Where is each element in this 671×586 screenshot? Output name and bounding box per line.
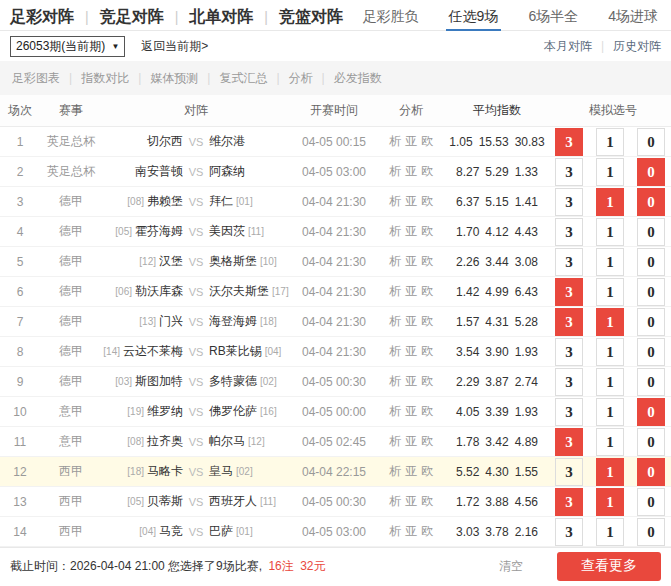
analysis-link-xi[interactable]: 析 <box>389 284 401 298</box>
subnav-index-compare[interactable]: 指数对比 <box>60 71 129 85</box>
tab-4chang-jinqiu[interactable]: 4场进球 <box>605 0 661 31</box>
analysis-link-xi[interactable]: 析 <box>389 194 401 208</box>
analysis-link-ya[interactable]: 亚 <box>405 224 417 238</box>
home-team[interactable]: 切尔西 <box>102 133 183 150</box>
pick-3-button[interactable]: 3 <box>555 458 583 486</box>
analysis-link-xi[interactable]: 析 <box>389 494 401 508</box>
analysis-link-ya[interactable]: 亚 <box>405 134 417 148</box>
analysis-link-xi[interactable]: 析 <box>389 164 401 178</box>
analysis-link-ou[interactable]: 欧 <box>421 344 433 358</box>
subnav-zucai-chart[interactable]: 足彩图表 <box>12 71 60 85</box>
pick-0-button[interactable]: 0 <box>637 428 665 456</box>
analysis-link-ya[interactable]: 亚 <box>405 464 417 478</box>
pick-0-button[interactable]: 0 <box>637 158 665 186</box>
analysis-link-ya[interactable]: 亚 <box>405 344 417 358</box>
analysis-link-xi[interactable]: 析 <box>389 344 401 358</box>
back-current-period-link[interactable]: 返回当前期> <box>141 38 208 55</box>
pick-3-button[interactable]: 3 <box>555 338 583 366</box>
away-team[interactable]: 西班牙人[11] <box>209 493 290 510</box>
analysis-link-ou[interactable]: 欧 <box>421 494 433 508</box>
month-matches-link[interactable]: 本月对阵 <box>544 39 592 53</box>
pick-1-button[interactable]: 1 <box>596 338 624 366</box>
analysis-link-xi[interactable]: 析 <box>389 314 401 328</box>
pick-3-button[interactable]: 3 <box>555 158 583 186</box>
pick-1-button[interactable]: 1 <box>596 218 624 246</box>
analysis-link-ya[interactable]: 亚 <box>405 164 417 178</box>
home-team[interactable]: [08]拉齐奥 <box>102 433 183 450</box>
home-team[interactable]: [12]汉堡 <box>102 253 183 270</box>
home-team[interactable]: [06]勒沃库森 <box>102 283 183 300</box>
pick-3-button[interactable]: 3 <box>555 308 583 336</box>
away-team[interactable]: 佛罗伦萨[16] <box>209 403 290 420</box>
analysis-link-ya[interactable]: 亚 <box>405 374 417 388</box>
analysis-link-ou[interactable]: 欧 <box>421 374 433 388</box>
period-select[interactable]: 26053期(当前期) ▼ <box>10 36 125 57</box>
pick-1-button[interactable]: 1 <box>596 398 624 426</box>
home-team[interactable]: [08]弗赖堡 <box>102 193 183 210</box>
clear-button[interactable]: 清空 <box>499 558 523 575</box>
pick-1-button[interactable]: 1 <box>596 188 624 216</box>
subnav-bifa-index[interactable]: 必发指数 <box>313 71 382 85</box>
pick-3-button[interactable]: 3 <box>555 188 583 216</box>
pick-0-button[interactable]: 0 <box>637 278 665 306</box>
analysis-link-ya[interactable]: 亚 <box>405 524 417 538</box>
pick-0-button[interactable]: 0 <box>637 398 665 426</box>
home-team[interactable]: [13]门兴 <box>102 313 183 330</box>
analysis-link-xi[interactable]: 析 <box>389 254 401 268</box>
history-matches-link[interactable]: 历史对阵 <box>592 39 661 53</box>
subnav-analysis[interactable]: 分析 <box>267 71 312 85</box>
analysis-link-ya[interactable]: 亚 <box>405 494 417 508</box>
analysis-link-xi[interactable]: 析 <box>389 134 401 148</box>
away-team[interactable]: 海登海姆[18] <box>209 313 290 330</box>
pick-3-button[interactable]: 3 <box>555 368 583 396</box>
analysis-link-xi[interactable]: 析 <box>389 404 401 418</box>
pick-1-button[interactable]: 1 <box>596 278 624 306</box>
nav-item-jinglan-duizhen[interactable]: 竞篮对阵 <box>253 8 343 25</box>
analysis-link-ou[interactable]: 欧 <box>421 134 433 148</box>
pick-1-button[interactable]: 1 <box>596 368 624 396</box>
pick-0-button[interactable]: 0 <box>637 308 665 336</box>
analysis-link-ou[interactable]: 欧 <box>421 524 433 538</box>
analysis-link-ou[interactable]: 欧 <box>421 464 433 478</box>
analysis-link-ou[interactable]: 欧 <box>421 224 433 238</box>
pick-0-button[interactable]: 0 <box>637 458 665 486</box>
pick-1-button[interactable]: 1 <box>596 128 624 156</box>
away-team[interactable]: 维尔港 <box>209 133 290 150</box>
tab-renxuan-9chang[interactable]: 任选9场 <box>446 0 502 31</box>
away-team[interactable]: 拜仁[01] <box>209 193 290 210</box>
analysis-link-ya[interactable]: 亚 <box>405 194 417 208</box>
pick-1-button[interactable]: 1 <box>596 158 624 186</box>
analysis-link-ou[interactable]: 欧 <box>421 314 433 328</box>
away-team[interactable]: 皇马[02] <box>209 463 290 480</box>
pick-0-button[interactable]: 0 <box>637 188 665 216</box>
pick-3-button[interactable]: 3 <box>555 488 583 516</box>
away-team[interactable]: 奥格斯堡[10] <box>209 253 290 270</box>
analysis-link-ou[interactable]: 欧 <box>421 434 433 448</box>
pick-3-button[interactable]: 3 <box>555 278 583 306</box>
subnav-media-predict[interactable]: 媒体预测 <box>129 71 198 85</box>
home-team[interactable]: 南安普顿 <box>102 163 183 180</box>
pick-3-button[interactable]: 3 <box>555 518 583 546</box>
analysis-link-ou[interactable]: 欧 <box>421 404 433 418</box>
away-team[interactable]: 阿森纳 <box>209 163 290 180</box>
pick-1-button[interactable]: 1 <box>596 308 624 336</box>
pick-1-button[interactable]: 1 <box>596 248 624 276</box>
home-team[interactable]: [18]马略卡 <box>102 463 183 480</box>
analysis-link-ya[interactable]: 亚 <box>405 434 417 448</box>
home-team[interactable]: [05]贝蒂斯 <box>102 493 183 510</box>
analysis-link-ou[interactable]: 欧 <box>421 284 433 298</box>
analysis-link-ya[interactable]: 亚 <box>405 284 417 298</box>
pick-0-button[interactable]: 0 <box>637 518 665 546</box>
away-team[interactable]: RB莱比锡[04] <box>209 343 290 360</box>
nav-item-jingzu-duizhen[interactable]: 竞足对阵 <box>74 8 164 25</box>
pick-0-button[interactable]: 0 <box>637 488 665 516</box>
view-more-button[interactable]: 查看更多 <box>557 552 661 581</box>
away-team[interactable]: 多特蒙德[02] <box>209 373 290 390</box>
pick-3-button[interactable]: 3 <box>555 128 583 156</box>
analysis-link-xi[interactable]: 析 <box>389 374 401 388</box>
analysis-link-ou[interactable]: 欧 <box>421 254 433 268</box>
nav-item-zucai-duizhen[interactable]: 足彩对阵 <box>10 8 74 25</box>
pick-3-button[interactable]: 3 <box>555 218 583 246</box>
away-team[interactable]: 帕尔马[12] <box>209 433 290 450</box>
pick-1-button[interactable]: 1 <box>596 458 624 486</box>
